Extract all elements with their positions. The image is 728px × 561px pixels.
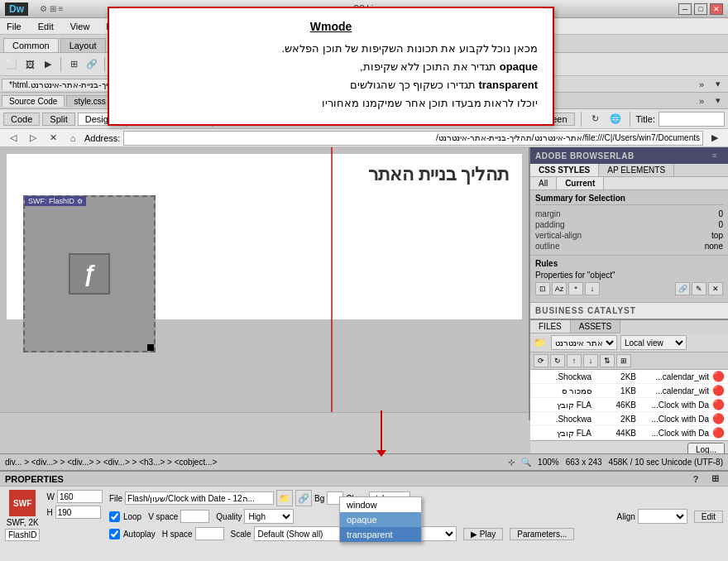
align-dropdown[interactable] — [638, 509, 687, 524]
wmode-option-window[interactable]: window — [340, 497, 421, 512]
close-button[interactable]: ✕ — [710, 3, 723, 15]
az-icon[interactable]: Az — [552, 282, 567, 295]
swf-container[interactable]: SWF: FlashID ⚙ ƒ — [23, 195, 156, 352]
menu-edit[interactable]: Edit — [35, 20, 57, 33]
home-icon[interactable]: ⌂ — [65, 130, 81, 146]
rules-section: Rules Properties for "object" ⊡ Az * ↓ 🔗… — [530, 255, 728, 302]
files-tab[interactable]: FILES — [530, 320, 571, 333]
file-browse-icon[interactable]: 📁 — [276, 490, 293, 506]
list-item[interactable]: 🔴 calendar_wit... 2KB Shockwa. — [530, 370, 728, 384]
wmode-option-transparent[interactable]: transparent — [340, 527, 421, 542]
filename-4: Clock with Da... — [639, 415, 709, 424]
quality-row: Quality High — [216, 509, 294, 524]
source-tab-filter[interactable]: ▾ — [710, 93, 726, 109]
assets-tab[interactable]: ASSETS — [571, 320, 620, 333]
maximize-button[interactable]: □ — [694, 3, 707, 15]
source-tab-overflow[interactable]: » — [693, 93, 710, 109]
wmode-option-opaque[interactable]: opaque — [340, 512, 421, 527]
dw-window: Dw ⚙ ⊞ ≡ CS Live ─ □ ✕ File Edit View In… — [0, 0, 728, 561]
props-help-icon[interactable]: ? — [687, 471, 704, 487]
site-dropdown[interactable]: אתר אינטרנט — [551, 335, 617, 350]
edit-button[interactable]: Edit — [694, 511, 723, 523]
vertical-align-value: top — [711, 231, 723, 240]
h-space-input[interactable] — [195, 527, 224, 540]
asterisk-icon[interactable]: * — [568, 282, 583, 295]
height-row: H — [46, 506, 102, 519]
swf-settings-icon[interactable]: ⚙ — [77, 198, 83, 205]
v-space-row: V space — [148, 510, 209, 523]
menu-file[interactable]: File — [3, 20, 25, 33]
insert-media-icon[interactable]: ▶ — [40, 56, 56, 73]
address-arrow[interactable]: ▶ — [706, 130, 723, 146]
filesize-2: 1KB — [595, 386, 636, 396]
connect-icon[interactable]: ⟳ — [534, 354, 548, 367]
upload-icon[interactable]: ↑ — [567, 354, 582, 367]
tab-layout[interactable]: Layout — [60, 38, 106, 52]
v-space-input[interactable] — [180, 510, 209, 523]
panel-collapse-icon[interactable]: ≡ — [706, 147, 723, 164]
list-item[interactable]: 🔴 Clock with Da... 2KB Shockwa. — [530, 412, 728, 426]
table-icon[interactable]: ⊞ — [65, 56, 82, 73]
source-tab-code[interactable]: Source Code — [2, 95, 65, 107]
design-canvas: תהליך בניית האתר SWF: FlashID ⚙ ƒ — [0, 147, 529, 420]
title-input[interactable] — [659, 112, 725, 127]
flash-icon: ƒ — [69, 253, 110, 295]
globe-icon[interactable]: 🌐 — [607, 111, 624, 127]
split-button[interactable]: Split — [42, 113, 74, 126]
refresh-icon[interactable]: ↻ — [587, 111, 604, 127]
file-swf-icon-2: 🔴 — [712, 385, 725, 396]
filename-1: calendar_wit... — [639, 372, 709, 381]
link-icon[interactable]: 🔗 — [84, 56, 100, 73]
play-button[interactable]: ▶ Play — [463, 528, 503, 540]
refresh-files-icon[interactable]: ↻ — [550, 354, 565, 367]
props-expand-icon[interactable]: ⊞ — [706, 471, 723, 487]
h-label: H — [46, 508, 52, 517]
code-button[interactable]: Code — [3, 113, 40, 126]
sync-icon[interactable]: ⇅ — [600, 354, 615, 367]
edit-prop-icon[interactable]: ✎ — [692, 282, 706, 295]
all-subtab[interactable]: All — [530, 177, 557, 189]
padding-value: 0 — [718, 220, 723, 229]
tab-common[interactable]: Common — [3, 38, 59, 52]
panel-tabs: CSS STYLES AP ELEMENTS — [530, 164, 728, 177]
insert-div-icon[interactable]: ⬜ — [3, 56, 20, 73]
list-item[interactable]: 🔴 Clock with Da... 44KB FLA קובץ — [530, 426, 728, 440]
arrow-icon[interactable]: ↓ — [585, 282, 600, 295]
quality-dropdown[interactable]: High — [244, 509, 294, 524]
file-swf-icon-3: 🔴 — [712, 413, 725, 424]
horizontal-scrollbar[interactable] — [0, 412, 529, 420]
expand-icon[interactable]: ⊞ — [616, 354, 631, 367]
link-prop-icon[interactable]: 🔗 — [675, 282, 690, 295]
css-styles-tab[interactable]: CSS STYLES — [530, 164, 599, 176]
download-icon[interactable]: ↓ — [583, 354, 598, 367]
target-icon[interactable]: ⊡ — [535, 282, 550, 295]
minimize-button[interactable]: ─ — [678, 3, 692, 15]
resize-handle[interactable] — [147, 344, 154, 351]
list-item[interactable]: 🔴 calendar_wit... 1KB סמכור ס — [530, 384, 728, 398]
forward-icon[interactable]: ▷ — [25, 130, 41, 146]
css-row-outline: outline none — [535, 241, 723, 252]
file-tab-overflow[interactable]: » — [693, 76, 710, 93]
source-tab-style[interactable]: style.css — [66, 95, 113, 107]
menu-view[interactable]: View — [67, 20, 93, 33]
height-input[interactable] — [55, 506, 101, 519]
width-input[interactable] — [57, 490, 103, 503]
file-link-icon[interactable]: 🔗 — [295, 490, 312, 506]
address-input[interactable] — [123, 131, 703, 146]
file-tab-menu[interactable]: ▾ — [710, 76, 726, 93]
autoplay-checkbox[interactable] — [109, 529, 120, 539]
parameters-button[interactable]: Parameters... — [510, 528, 574, 540]
view-dropdown[interactable]: Local view — [620, 335, 687, 350]
scale-dropdown[interactable]: Default (Show all) — [254, 526, 353, 541]
loop-checkbox[interactable] — [109, 511, 120, 522]
delete-prop-icon[interactable]: ✕ — [708, 282, 723, 295]
file-input[interactable] — [125, 491, 274, 505]
list-item[interactable]: 🔴 Clock with Da... 46KB FLA קובץ — [530, 398, 728, 412]
insert-image-icon[interactable]: 🖼 — [22, 56, 38, 73]
swf-id[interactable]: FlashID — [5, 529, 40, 541]
stop-icon[interactable]: ✕ — [45, 130, 61, 146]
filetype-3: FLA קובץ — [534, 400, 592, 410]
current-subtab[interactable]: Current — [557, 177, 604, 189]
back-icon[interactable]: ◁ — [5, 130, 22, 146]
ap-elements-tab[interactable]: AP ELEMENTS — [599, 164, 674, 176]
